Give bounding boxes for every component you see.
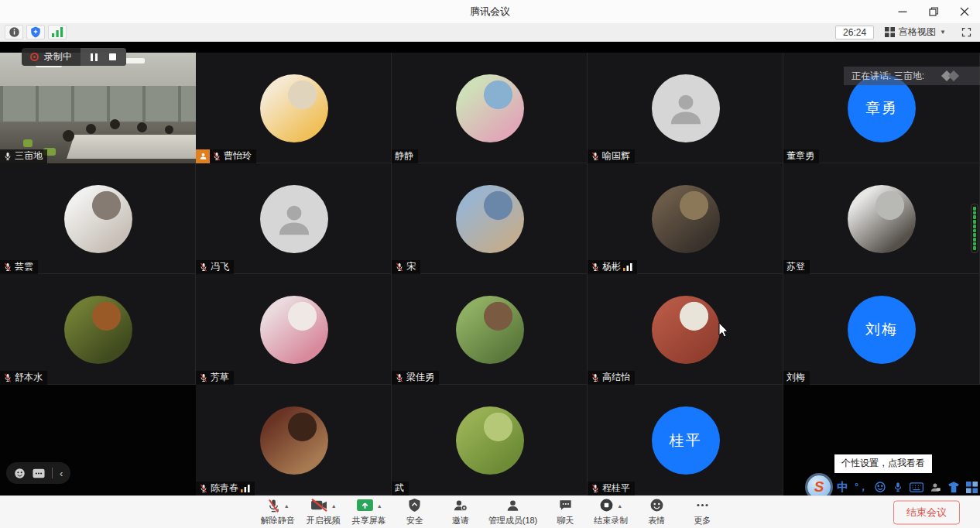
quick-reaction-bar[interactable]: ‹	[6, 462, 70, 484]
pause-recording-icon[interactable]	[91, 53, 98, 61]
participant-name: 芸雲	[15, 260, 33, 273]
expand-arrow-icon[interactable]: ▲	[377, 503, 382, 509]
ime-language-toggle[interactable]: 中	[837, 480, 848, 495]
end-meeting-button[interactable]: 结束会议	[893, 500, 960, 524]
participant-name: 冯飞	[211, 260, 229, 273]
mic-muted-icon	[395, 262, 404, 272]
start-video-button[interactable]: ▲开启视频	[306, 499, 341, 526]
security-button[interactable]: 安全	[397, 499, 433, 526]
avatar	[260, 74, 328, 142]
mic-muted-icon	[212, 152, 221, 161]
participant-name-tag: 舒本水	[0, 371, 47, 385]
manage-members-button[interactable]: 管理成员(18)	[488, 499, 538, 526]
participant-tile[interactable]: 梁佳勇	[392, 274, 588, 385]
participant-name-tag: 静静	[392, 149, 418, 163]
video-feed	[0, 53, 196, 163]
mic-muted-icon	[199, 262, 208, 272]
toolbar-button-label: 解除静音	[261, 515, 295, 526]
chat-button[interactable]: 聊天	[547, 499, 583, 526]
unmute-button[interactable]: ▲解除静音	[260, 499, 296, 526]
toolbar-button-label: 邀请	[452, 515, 469, 526]
ime-punctuation-toggle[interactable]: °，	[855, 481, 868, 494]
participant-tile[interactable]: 陈青春	[196, 385, 392, 495]
collapse-chevron[interactable]: ‹	[60, 468, 63, 479]
participant-name: 苏登	[786, 260, 805, 273]
toolbar-button-label: 结束录制	[594, 515, 628, 526]
more-button[interactable]: 更多	[684, 499, 720, 526]
participant-name-tag: 程桂平	[588, 482, 635, 495]
participant-tile[interactable]: 宋	[392, 163, 588, 274]
invite-button[interactable]: 邀请	[443, 499, 478, 526]
voice-input-icon[interactable]	[893, 481, 903, 493]
participant-tile[interactable]: 芸雲	[0, 163, 196, 274]
person-icon[interactable]	[930, 482, 941, 493]
participant-tile[interactable]: 武	[392, 385, 588, 495]
toolbar-button-label: 更多	[694, 515, 711, 526]
participant-tile[interactable]: 苏登	[783, 163, 980, 274]
toolbox-icon[interactable]	[966, 482, 978, 493]
emoji-button[interactable]: 表情	[639, 499, 674, 526]
participant-name: 杨彬	[602, 260, 621, 273]
participant-name: 高结怡	[602, 371, 630, 384]
close-icon[interactable]	[949, 0, 980, 23]
participant-tile[interactable]: 三亩地	[0, 53, 196, 163]
skin-icon[interactable]	[947, 482, 960, 493]
stop-recording-button[interactable]: ▲结束录制	[593, 499, 629, 526]
host-badge-icon	[196, 149, 210, 163]
participant-tile[interactable]: 刘梅刘梅	[783, 274, 980, 385]
avatar	[64, 185, 132, 253]
participant-name-tag: 梁佳勇	[392, 371, 439, 385]
meeting-topbar: 26:24 宫格视图 ▼	[0, 23, 980, 42]
avatar	[848, 185, 916, 253]
emoji-icon[interactable]	[874, 481, 886, 493]
stop-recording-icon[interactable]	[109, 53, 116, 60]
participant-tile[interactable]: 冯飞	[196, 163, 392, 274]
participant-name-tag: 陈青春	[196, 482, 255, 495]
topbar-right: 26:24 宫格视图 ▼	[835, 26, 975, 39]
participant-name: 舒本水	[15, 371, 43, 384]
network-signal-icon[interactable]	[48, 25, 67, 39]
participant-name: 董章勇	[786, 149, 814, 163]
restore-icon[interactable]	[918, 0, 949, 23]
signal-bars-icon	[241, 485, 250, 492]
security-shield-icon[interactable]	[26, 25, 45, 39]
window-title: 腾讯会议	[470, 5, 510, 19]
participant-tile[interactable]: 高结怡	[588, 274, 783, 385]
participant-tile[interactable]: 舒本水	[0, 274, 196, 385]
avatar	[456, 406, 524, 475]
avatar	[652, 74, 720, 142]
minimize-icon[interactable]	[887, 0, 918, 23]
mic-muted-icon	[591, 152, 600, 161]
recording-indicator: 录制中	[22, 48, 126, 66]
expand-arrow-icon[interactable]: ▲	[331, 503, 337, 509]
active-speaker-text: 正在讲话: 三亩地:	[852, 70, 924, 83]
toolbar-button-label: 共享屏幕	[352, 515, 386, 526]
participant-tile[interactable]: 静静	[392, 53, 588, 163]
mic-muted-icon	[3, 262, 12, 272]
participant-tile[interactable]: 芳草	[196, 274, 392, 385]
mic-muted-icon	[199, 484, 208, 493]
participant-name-tag: 喻国辉	[588, 149, 635, 163]
view-switcher[interactable]: 宫格视图 ▼	[882, 26, 949, 39]
mouse-cursor	[718, 322, 729, 341]
participant-tile[interactable]: 曹怡玲	[196, 53, 392, 163]
expand-arrow-icon[interactable]: ▲	[617, 503, 622, 509]
caption-icon[interactable]	[33, 468, 45, 478]
participant-tile[interactable]: 喻国辉	[588, 53, 783, 163]
mic-muted-icon	[591, 484, 600, 493]
mic-muted-icon	[199, 373, 208, 382]
expand-arrow-icon[interactable]: ▲	[284, 503, 290, 509]
info-icon[interactable]	[5, 25, 23, 39]
emoji-icon[interactable]	[14, 468, 26, 479]
brand-logo-icon	[937, 69, 963, 83]
participant-tile[interactable]: 杨彬	[588, 163, 783, 274]
share-screen-button[interactable]: ▲共享屏幕	[351, 499, 387, 526]
participant-name: 芳草	[211, 371, 229, 384]
keyboard-icon[interactable]	[910, 482, 923, 492]
signal-bars-icon	[623, 263, 632, 271]
fullscreen-icon[interactable]	[957, 26, 975, 38]
share-screen-icon	[356, 499, 374, 513]
recording-dot-icon	[30, 53, 39, 61]
participant-name: 程桂平	[602, 482, 630, 495]
participant-tile[interactable]: 桂平 程桂平	[588, 385, 783, 495]
